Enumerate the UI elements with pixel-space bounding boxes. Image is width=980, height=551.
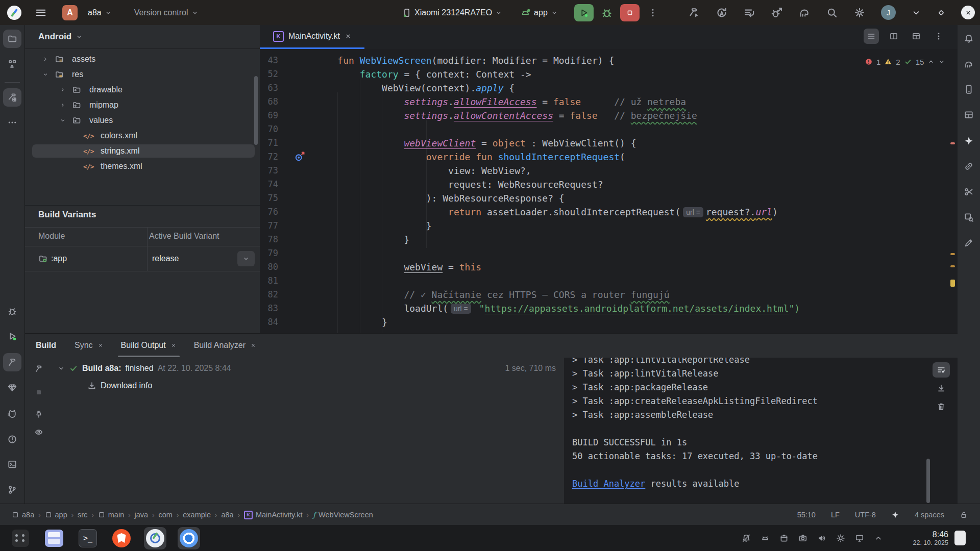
app-launcher-button[interactable] xyxy=(9,527,32,549)
tree-item-values[interactable]: values xyxy=(25,113,260,128)
clock[interactable]: 8:46 22. 10. 2025 xyxy=(913,525,948,551)
android-studio-button[interactable] xyxy=(144,527,166,549)
warning-stripe-mark[interactable] xyxy=(950,265,955,267)
tree-item-assets[interactable]: assets xyxy=(25,52,260,67)
build-tab-build-analyzer[interactable]: Build Analyzer xyxy=(189,334,261,357)
indent-style[interactable]: 4 spaces xyxy=(915,511,944,519)
code-line-71[interactable]: 71 webViewClient = object : WebViewClien… xyxy=(260,136,958,150)
volume-icon[interactable] xyxy=(817,534,826,543)
window-close-button[interactable] xyxy=(961,6,975,19)
override-gutter-icon[interactable] xyxy=(293,151,306,163)
avatar[interactable]: J xyxy=(881,5,896,20)
file-encoding[interactable]: UTF-8 xyxy=(855,511,876,519)
chevron-down-icon[interactable] xyxy=(42,71,48,78)
version-control-tool-icon[interactable] xyxy=(3,481,21,499)
breadcrumb-WebViewScreen[interactable]: ƒWebViewScreen xyxy=(311,510,375,520)
dependencies-icon[interactable] xyxy=(960,157,978,176)
search-everywhere-icon[interactable] xyxy=(826,7,838,19)
tray-app-icon[interactable] xyxy=(779,534,789,543)
code-line-78[interactable]: 78 } xyxy=(260,233,958,246)
writable-lock-icon[interactable] xyxy=(960,511,968,519)
apply-code-changes-icon[interactable] xyxy=(743,7,755,19)
build-analyzer-link[interactable]: Build Analyzer xyxy=(572,479,645,489)
tray-expand-icon[interactable] xyxy=(874,534,883,543)
download-info-row[interactable]: Download info xyxy=(87,379,152,393)
stop-build-button[interactable] xyxy=(31,385,46,400)
app-quality-insights-icon[interactable] xyxy=(3,378,21,396)
breadcrumb-app[interactable]: app xyxy=(43,510,69,520)
tab-close-icon[interactable] xyxy=(345,33,352,40)
chevron-right-icon[interactable] xyxy=(42,56,48,62)
pin-tab-button[interactable] xyxy=(31,407,46,422)
chromium-browser-button[interactable] xyxy=(178,527,200,549)
code-line-68[interactable]: 68 settings.allowFileAccess = false // u… xyxy=(260,95,958,109)
editor-list-toggle[interactable] xyxy=(864,29,879,44)
main-menu-icon[interactable] xyxy=(35,7,47,19)
chevron-down-icon[interactable] xyxy=(60,117,66,123)
cursor-position[interactable]: 55:10 xyxy=(797,511,816,519)
code-line-75[interactable]: 75 ): WebResourceResponse? { xyxy=(260,191,958,205)
project-badge[interactable]: A xyxy=(62,5,78,20)
code-line-69[interactable]: 69 settings.allowContentAccess = false /… xyxy=(260,109,958,122)
terminal-app-button[interactable]: >_ xyxy=(77,527,99,549)
notifications-icon[interactable] xyxy=(960,30,978,48)
chevron-right-icon[interactable] xyxy=(60,102,66,108)
build-variants-tool-icon[interactable] xyxy=(3,88,21,107)
code-line-77[interactable]: 77 } xyxy=(260,219,958,233)
code-line-70[interactable]: 70 xyxy=(260,122,958,136)
resource-manager-icon[interactable] xyxy=(3,55,21,73)
breadcrumb-MainActivity-kt[interactable]: KMainActivity.kt xyxy=(242,510,304,520)
apply-changes-restart-icon[interactable] xyxy=(716,7,728,19)
console-scrollbar[interactable] xyxy=(926,459,930,503)
code-line-43[interactable]: 43 fun WebViewScreen(modifier: Modifier … xyxy=(260,54,958,67)
editor-layout-button[interactable] xyxy=(909,29,924,44)
chevron-down-icon[interactable] xyxy=(58,365,65,372)
attach-debugger-icon[interactable] xyxy=(771,7,783,19)
tree-item-drawable[interactable]: drawable xyxy=(25,82,260,97)
run-tool-icon[interactable] xyxy=(3,327,21,345)
tab-close-icon[interactable] xyxy=(250,342,256,348)
code-line-82[interactable]: 82 // ✓ Načítanie cez HTTPS – CORS a rou… xyxy=(260,288,958,302)
breadcrumb-a8a[interactable]: a8a xyxy=(10,510,36,520)
breadcrumb-main[interactable]: main xyxy=(96,510,126,520)
next-problem-icon[interactable] xyxy=(938,58,945,65)
gemini-icon[interactable] xyxy=(960,132,978,150)
breadcrumb-a8a[interactable]: a8a xyxy=(219,510,235,520)
tree-item-strings-xml[interactable]: </>strings.xml xyxy=(25,143,260,159)
breadcrumb-example[interactable]: example xyxy=(181,510,212,520)
assistant-icon[interactable] xyxy=(960,234,978,252)
variant-cell[interactable]: release xyxy=(152,251,179,266)
do-not-disturb-icon[interactable] xyxy=(742,534,751,543)
code-line-73[interactable]: 73 view: WebView?, xyxy=(260,164,958,178)
window-maximize-icon[interactable] xyxy=(937,8,946,17)
profiler-icon[interactable] xyxy=(960,183,978,201)
build-tab-build-output[interactable]: Build Output xyxy=(116,334,182,357)
build-filter-button[interactable] xyxy=(31,361,46,377)
code-line-80[interactable]: 80 webView = this xyxy=(260,260,958,274)
code-line-52[interactable]: 52 factory = { context: Context -> xyxy=(260,67,958,81)
terminal-tool-icon[interactable] xyxy=(3,455,21,473)
run-button[interactable] xyxy=(574,4,594,21)
build-icon[interactable] xyxy=(688,7,700,19)
code-line-76[interactable]: 76 return assetLoader.shouldInterceptReq… xyxy=(260,205,958,219)
logcat-icon[interactable] xyxy=(3,405,21,423)
code-line-72[interactable]: 72 override fun shouldInterceptRequest( xyxy=(260,150,958,164)
run-config-selector[interactable]: app xyxy=(518,6,561,20)
debug-tool-icon[interactable] xyxy=(3,302,21,320)
gradle-sync-icon[interactable] xyxy=(798,7,811,19)
more-tool-windows-icon[interactable] xyxy=(3,113,21,132)
soft-wrap-button[interactable] xyxy=(933,362,950,378)
project-scrollbar[interactable] xyxy=(254,76,258,145)
prev-problem-icon[interactable] xyxy=(927,58,935,65)
project-selector[interactable]: a8a xyxy=(85,6,115,19)
more-actions-icon[interactable] xyxy=(648,8,658,18)
brave-browser-button[interactable] xyxy=(110,527,133,549)
display-icon[interactable] xyxy=(855,534,864,543)
problems-icon[interactable] xyxy=(3,430,21,448)
build-console[interactable]: > Task :app:lintVitalReportRelease> Task… xyxy=(564,358,958,504)
gemini-status-icon[interactable] xyxy=(891,511,899,519)
file-manager-button[interactable] xyxy=(43,527,65,549)
module-cell[interactable]: :app xyxy=(38,251,67,266)
tree-item-colors-xml[interactable]: </>colors.xml xyxy=(25,128,260,143)
code-editor[interactable]: 43 fun WebViewScreen(modifier: Modifier … xyxy=(260,49,958,333)
